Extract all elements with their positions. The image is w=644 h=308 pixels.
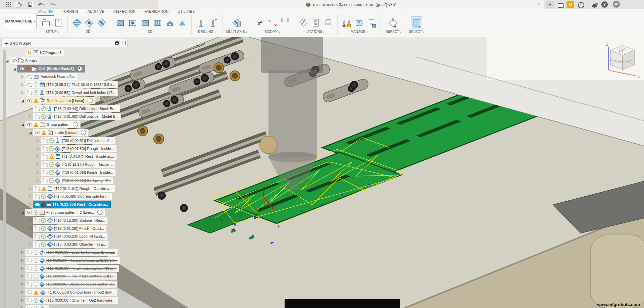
ribbon-group-dropdown[interactable]: MULTI-AXIS▾ [226,30,247,34]
visibility-eye-icon[interactable] [42,138,48,143]
collapse-panel-icon[interactable]: ◀◀ [4,42,8,45]
nc-program-icon[interactable] [354,17,364,29]
expand-toggle-icon[interactable]: ▷ [20,73,25,80]
ribbon-group-dropdown[interactable]: SETUP▾ [46,30,59,34]
visibility-eye-icon[interactable] [27,90,33,95]
visibility-eye-icon[interactable] [27,83,33,87]
expand-toggle-icon[interactable]: ◢ [20,121,25,128]
post-process-icon[interactable]: G1G2 [310,17,321,29]
tree-row-chip[interactable]: NCProgram3 [25,49,64,56]
expand-toggle-icon[interactable]: ◢ [5,57,9,64]
tab-inspection[interactable]: INSPECTION [113,9,136,15]
tree-row[interactable]: ◢ Setups [0,57,134,64]
tree-row-chip[interactable]: [T10 (0:13:30)] Surface - Rea... [33,217,108,224]
expand-toggle-icon[interactable]: ▷ [28,113,33,120]
delete-passes-icon[interactable]: ≈× [267,17,278,29]
tree-row-chip[interactable]: [T10 (0:00:00)] Surfacing - F... [41,177,113,184]
expand-toggle-icon[interactable]: ▷ [28,217,33,224]
close-tab-icon[interactable]: × [538,2,541,6]
ribbon-group-dropdown[interactable]: DRILLING▾ [198,30,216,34]
tree-row[interactable]: ▷ Autodesk Haas vf2ss [0,73,134,80]
visibility-eye-icon[interactable] [35,130,40,135]
tree-row-chip[interactable]: [T1 (0:05:38)] Slot rear side for r... [33,193,112,200]
tree-row[interactable]: ▷ [T9 (0:00:00)] Backside deburr center … [0,281,134,288]
visibility-eye-icon[interactable] [27,250,33,254]
tree-row-chip[interactable]: [T9 (0:00:00)] Backside deburr center (3… [25,280,117,288]
tree-row-chip[interactable]: [T14 (0:00:00)] Logo for keyrings (Engra… [25,249,118,256]
tree-row-chip[interactable]: [T1 (0:04:07)] Rest - Inside ac... [41,153,117,160]
face-icon[interactable] [96,17,107,29]
tree-row[interactable]: ▷ [T15 (0:03:38)] Chamfer - In a... [0,241,134,248]
save-button[interactable] [28,1,33,8]
visibility-eye-icon[interactable] [42,146,48,151]
tree-row-chip[interactable]: [T1 (0:00:00)] Final inside contour (10)… [25,272,117,280]
expand-toggle-icon[interactable]: ◢ [12,65,17,72]
ribbon-group-dropdown[interactable]: MANAGE▾ [351,30,367,34]
tree-row-chip[interactable]: [T19 (0:01:28)] Finish - Outsi... [33,225,107,232]
setup-sheet-icon[interactable]: G [53,17,64,29]
extensions-clock-icon[interactable]: 1 [578,2,588,8]
tree-row-chip[interactable]: [T15 (0:00:00)] Chamfer - Op2 hardware..… [25,297,118,304]
document-tab[interactable]: mini tweezers 3axis second fixture (gen2… [158,0,544,9]
adaptive3d-icon[interactable] [115,17,126,29]
tree-row-chip[interactable] [25,305,49,308]
visibility-eye-icon[interactable] [27,282,33,287]
drill-icon[interactable] [195,17,206,29]
tree-row[interactable]: ▷ [T1 (0:04:07)] Rest - Inside ac... [0,153,134,160]
tree-row-chip[interactable]: [T1 (0:00:00)] Contour bore for op2 dow.… [25,289,117,296]
tree-row[interactable]: ▷ [T1 (0:00:00)] Contour bore for op2 do… [0,289,134,296]
redo-button[interactable]: ↷▾ [50,1,57,8]
setup-sheet-doc-icon[interactable] [323,17,334,29]
expand-toggle-icon[interactable]: ◢ [20,209,25,216]
tree-row-chip[interactable]: First group pattern - 2 [Line... [25,209,105,216]
tree-row[interactable]: ▷ [T1 (0:00:00)] Horizontal jimping (1/1… [0,257,134,264]
ribbon-group-dropdown[interactable]: 3D▾ [148,30,154,34]
tree-row-chip[interactable]: [T1 (0:21:53)] Rest - Outside a... [33,201,111,208]
ribbon-group-dropdown[interactable]: MODIFY▾ [265,30,280,34]
tree-row[interactable]: ▷ [T12 (0:11:01)] Rough - Outside a... [0,185,134,192]
flat-icon[interactable] [140,17,150,29]
pattern-radio-button[interactable] [81,130,86,135]
help-icon[interactable]: ? [601,1,608,8]
visibility-eye-icon[interactable] [27,98,33,103]
pattern-radio-button[interactable] [88,98,93,103]
visibility-eye-icon[interactable] [42,178,48,183]
tree-row[interactable]: ◢ First group pattern - 2 [Line... [0,209,134,216]
expand-toggle-icon[interactable]: ▷ [20,273,25,279]
expand-toggle-icon[interactable]: ▷ [28,105,33,112]
avatar[interactable]: JB [613,1,620,7]
tree-row[interactable]: ▷ [T19 (0:00:00)] Final inside contour (… [0,265,134,272]
tree-row[interactable]: ▷ [T1 (0:11:17)] Rough - Inside ... [0,161,134,168]
tree-row[interactable]: ▷ [T19 (0:01:28)] Finish - Outsi... [0,225,134,232]
tree-row-chip[interactable]: [T1 (0:11:17)] Rough - Inside ... [41,161,115,168]
visibility-eye-icon[interactable] [19,66,25,71]
pocket3d-icon[interactable] [127,17,138,29]
tree-row-chip[interactable]: [T12 (0:07:50)] Rough - Inside... [41,145,117,152]
tree-row[interactable]: ▷ [T14 (0:05:23)] Logo (4) (Eng... [0,233,134,240]
tool-library-icon[interactable] [341,17,352,29]
visibility-eye-icon[interactable] [27,266,33,270]
tab-fabrication[interactable]: FABRICATION [145,9,168,15]
visibility-eye-icon[interactable] [35,226,40,230]
visibility-eye-icon[interactable] [35,186,40,191]
tree-row-chip[interactable]: Autodesk Haas vf2ss [25,73,78,80]
tree-row[interactable]: ▷ [T16 (0:00:44)] Drill inside - Stock B… [0,105,134,112]
visibility-eye-icon[interactable] [27,74,33,79]
pattern-radio-button[interactable] [97,210,102,215]
visibility-eye-icon[interactable] [27,210,33,214]
visibility-eye-icon[interactable] [27,122,33,127]
tree-row-chip[interactable]: [T12 (0:11:01)] Rough - Outside a... [33,185,115,192]
tree-row[interactable]: ▷ [T1 (0:21:53)] Rest - Outside a... [0,201,134,208]
pocket2d-icon[interactable] [84,17,95,29]
tree-row[interactable]: ▷ [T1 (0:00:00)] Final inside contour (1… [0,273,134,279]
select-tool-icon[interactable]: ▲ [411,16,422,29]
visibility-eye-icon[interactable] [42,170,48,174]
tree-row[interactable]: ▷ [T16 (0:00:58)] Dowel and bolt holes (… [0,89,134,96]
tree-row-chip[interactable]: [T19 (0:00:00)] Final inside contour (9)… [25,265,119,272]
pattern-radio-button[interactable] [73,122,78,127]
expand-toggle-icon[interactable]: ▷ [28,241,33,248]
visibility-eye-icon[interactable] [27,290,33,294]
stretch-toolpath-icon[interactable]: ↔ [280,17,290,29]
tree-row-chip[interactable]: [T19 (0:01:09)] Finish - Inside... [41,169,116,176]
expand-toggle-icon[interactable]: ▷ [20,281,25,288]
